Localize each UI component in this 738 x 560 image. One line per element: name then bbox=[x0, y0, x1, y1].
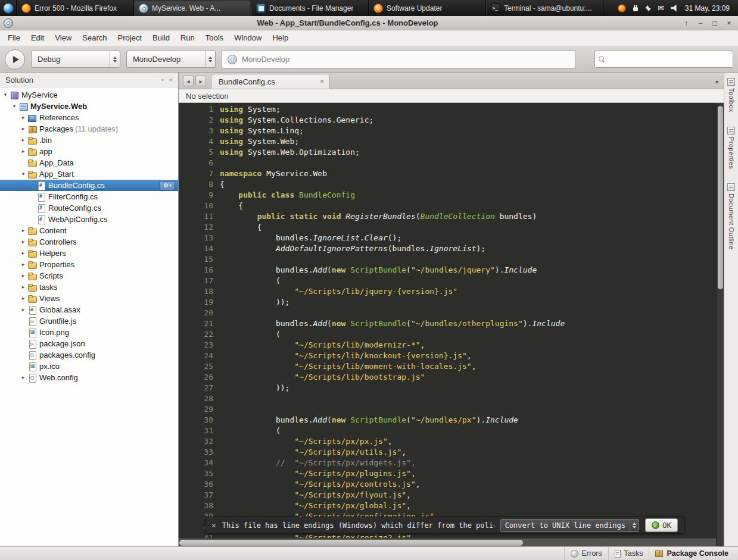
tree-item-global-asax[interactable]: ▸Global.asax bbox=[0, 304, 178, 315]
tree-item-app-start[interactable]: ▾App_Start bbox=[0, 168, 178, 180]
tree-item-routeconfig-cs[interactable]: RouteConfig.cs bbox=[0, 202, 178, 214]
expand-icon[interactable]: ▸ bbox=[19, 236, 27, 248]
ok-button[interactable]: ✓ OK bbox=[645, 518, 678, 532]
tree-item-packages-config[interactable]: packages.config bbox=[0, 349, 178, 361]
dock-tab-properties[interactable]: Properties bbox=[727, 127, 735, 169]
indicator-orange-icon[interactable] bbox=[618, 4, 626, 12]
minimize-button[interactable]: − bbox=[696, 19, 705, 27]
tree-item-packages[interactable]: ▸Packages(11 updates) bbox=[0, 123, 178, 134]
mail-icon[interactable]: ✉ bbox=[658, 4, 664, 12]
expand-icon[interactable]: ▸ bbox=[19, 112, 27, 123]
tree-item-views[interactable]: ▸Views bbox=[0, 293, 178, 304]
vertical-scrollbar-thumb[interactable] bbox=[718, 106, 723, 289]
tree-item-webapiconfig-cs[interactable]: WebApiConfig.cs bbox=[0, 214, 178, 225]
tab-list-dropdown-icon[interactable]: ▾ bbox=[715, 79, 718, 85]
expand-icon[interactable]: ▸ bbox=[19, 293, 27, 304]
horizontal-scrollbar[interactable] bbox=[179, 538, 716, 546]
menu-edit[interactable]: Edit bbox=[26, 30, 49, 46]
expand-icon[interactable]: ▸ bbox=[19, 259, 27, 270]
expand-icon[interactable]: ▸ bbox=[19, 372, 27, 383]
volume-icon[interactable] bbox=[671, 5, 678, 12]
vertical-scrollbar[interactable] bbox=[716, 103, 724, 546]
tree-item-icon-png[interactable]: Icon.png bbox=[0, 327, 178, 338]
expand-icon[interactable]: ▸ bbox=[19, 146, 27, 157]
tree-item-references[interactable]: ▸References bbox=[0, 112, 178, 123]
statusbar-errors[interactable]: Errors bbox=[564, 547, 608, 560]
collapse-icon[interactable]: ▾ bbox=[1, 89, 10, 101]
tree-item-label: BundleConfig.cs bbox=[48, 181, 105, 190]
menu-file[interactable]: File bbox=[2, 30, 26, 46]
taskbar-window-files[interactable]: Documents - File Manager bbox=[251, 0, 369, 16]
line-endings-action-selector[interactable]: Convert to UNIX line endings bbox=[500, 519, 639, 532]
statusbar-package-console[interactable]: Package Console bbox=[649, 547, 734, 560]
window-titlebar[interactable]: Web - App_Start/BundleConfig.cs - MonoDe… bbox=[0, 16, 738, 30]
run-button[interactable] bbox=[5, 49, 25, 70]
nav-forward-button[interactable]: ▸ bbox=[195, 76, 206, 86]
tree-item-px-ico[interactable]: px.ico bbox=[0, 361, 178, 372]
power-plug-icon[interactable] bbox=[633, 5, 639, 12]
status-area[interactable]: MonoDevelop bbox=[222, 50, 575, 68]
taskbar-window-firefox[interactable]: Error 500 - Mozilla Firefox bbox=[17, 0, 134, 16]
code-editor[interactable]: 1using System;2using System.Collections.… bbox=[179, 103, 724, 546]
tree-item-properties[interactable]: ▸Properties bbox=[0, 259, 178, 270]
expand-icon[interactable]: ▸ bbox=[19, 123, 27, 134]
shade-button[interactable]: ↑ bbox=[682, 19, 690, 27]
tree-item-filterconfig-cs[interactable]: FilterConfig.cs bbox=[0, 191, 178, 202]
tree-item-myservice-web[interactable]: ▾MyService.Web bbox=[0, 101, 178, 112]
tree-item-package-json[interactable]: package.json bbox=[0, 338, 178, 349]
close-button[interactable]: × bbox=[725, 19, 733, 27]
expand-icon[interactable]: ▸ bbox=[19, 270, 27, 281]
menu-build[interactable]: Build bbox=[147, 30, 175, 46]
tree-item-scripts[interactable]: ▸Scripts bbox=[0, 270, 178, 281]
network-arrows-icon[interactable] bbox=[645, 5, 651, 12]
nav-back-button[interactable]: ◂ bbox=[183, 76, 194, 86]
expand-icon[interactable]: ▸ bbox=[19, 281, 27, 293]
tree-item-gruntfile-js[interactable]: Gruntfile.js bbox=[0, 315, 178, 327]
menu-project[interactable]: Project bbox=[113, 30, 147, 46]
pad-autohide-icon[interactable]: ▫ bbox=[161, 76, 164, 83]
tree-item-web-config[interactable]: ▸Web.config bbox=[0, 372, 178, 383]
tree-item-myservice[interactable]: ▾MyService bbox=[0, 89, 178, 101]
applications-menu-button[interactable] bbox=[0, 0, 17, 16]
folder-icon bbox=[27, 271, 37, 281]
notification-close-icon[interactable]: × bbox=[211, 521, 216, 530]
code-line: 30 bundles.Add(new ScriptBundle("~/bundl… bbox=[179, 415, 724, 426]
runtime-selector[interactable]: MonoDevelop bbox=[126, 51, 216, 68]
search-input[interactable] bbox=[608, 55, 729, 64]
statusbar-tasks[interactable]: Tasks bbox=[608, 547, 649, 560]
dock-tab-toolbox[interactable]: Toolbox bbox=[727, 78, 735, 112]
tree-item-app-data[interactable]: App_Data bbox=[0, 157, 178, 168]
tab-bundleconfig[interactable]: BundleConfig.cs × bbox=[211, 74, 330, 89]
menu-help[interactable]: Help bbox=[267, 30, 294, 46]
clock[interactable]: 31 May, 23:09 bbox=[685, 4, 732, 12]
taskbar-window-terminal[interactable]: Terminal - sama@ubuntu:... bbox=[486, 0, 603, 16]
item-options-badge[interactable]: ⚙▾ bbox=[160, 181, 175, 190]
expand-icon[interactable]: ▸ bbox=[19, 225, 27, 236]
configuration-selector[interactable]: Debug bbox=[31, 51, 120, 68]
tree-item-bundleconfig-cs[interactable]: BundleConfig.cs⚙▾ bbox=[0, 180, 178, 191]
tab-label: BundleConfig.cs bbox=[219, 77, 275, 86]
expand-icon[interactable]: ▸ bbox=[19, 134, 27, 146]
taskbar-window-updater[interactable]: Software Updater bbox=[369, 0, 486, 16]
menu-view[interactable]: View bbox=[49, 30, 77, 46]
menu-window[interactable]: Window bbox=[229, 30, 267, 46]
horizontal-scrollbar-thumb[interactable] bbox=[179, 540, 523, 546]
tree-item-tasks[interactable]: ▸tasks bbox=[0, 281, 178, 293]
tab-close-icon[interactable]: × bbox=[320, 77, 324, 86]
tree-item-app[interactable]: ▸app bbox=[0, 146, 178, 157]
tree-item-helpers[interactable]: ▸Helpers bbox=[0, 248, 178, 259]
menu-run[interactable]: Run bbox=[175, 30, 200, 46]
taskbar-window-monodevelop[interactable]: MyService. Web - A... bbox=[134, 0, 251, 16]
tree-item-controllers[interactable]: ▸Controllers bbox=[0, 236, 178, 248]
collapse-icon[interactable]: ▾ bbox=[19, 168, 27, 180]
collapse-icon[interactable]: ▾ bbox=[10, 101, 18, 112]
expand-icon[interactable]: ▸ bbox=[19, 304, 27, 315]
tree-item--bin[interactable]: ▸.bin bbox=[0, 134, 178, 146]
maximize-button[interactable]: □ bbox=[711, 19, 719, 27]
menu-search[interactable]: Search bbox=[77, 30, 112, 46]
tree-item-content[interactable]: ▸Content bbox=[0, 225, 178, 236]
expand-icon[interactable]: ▸ bbox=[19, 248, 27, 259]
dock-tab-document-outline[interactable]: Document Outline bbox=[727, 183, 735, 249]
pad-close-icon[interactable]: × bbox=[169, 76, 173, 83]
menu-tools[interactable]: Tools bbox=[200, 30, 229, 46]
